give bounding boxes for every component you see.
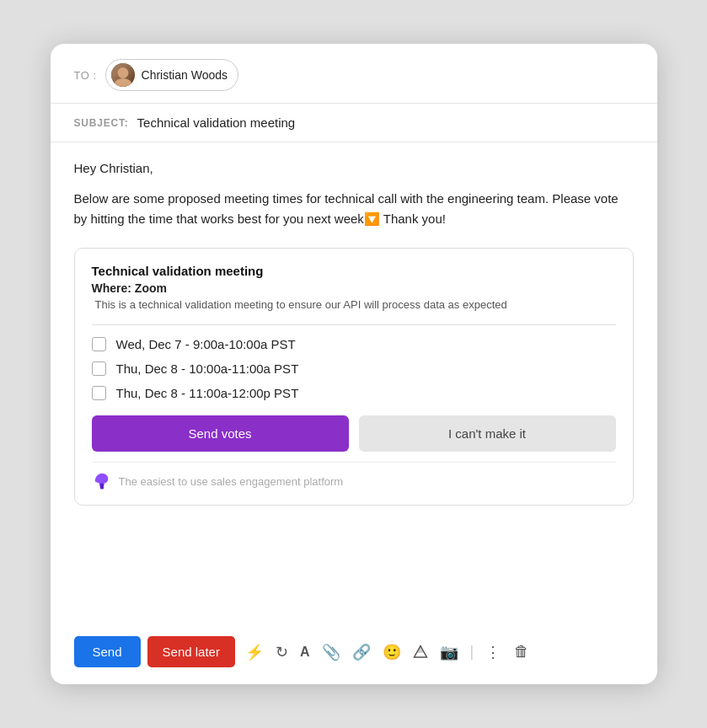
subject-label: SUBJECT:: [74, 117, 129, 129]
email-body: Hey Christian, Below are some proposed m…: [51, 142, 657, 628]
intro-text: Below are some proposed meeting times fo…: [74, 189, 634, 229]
meeting-description: This is a technical validation meeting t…: [92, 298, 616, 311]
meeting-where: Where: Zoom: [92, 281, 616, 295]
card-divider: [92, 324, 616, 325]
more-icon[interactable]: ⋮: [485, 643, 501, 661]
time-label-3: Thu, Dec 8 - 11:00a-12:00p PST: [116, 386, 299, 400]
to-row: TO : Christian Woods: [51, 44, 657, 104]
platform-logo: [92, 471, 112, 491]
recipient-name: Christian Woods: [142, 68, 228, 82]
send-votes-button[interactable]: Send votes: [92, 415, 349, 452]
image-icon[interactable]: 📷: [440, 643, 458, 661]
email-toolbar: Send Send later ⚡ ↻ A 📎 🔗 🙂 📷: [51, 628, 657, 667]
cant-make-button[interactable]: I can't make it: [359, 415, 616, 452]
checkbox-3[interactable]: [92, 386, 106, 400]
to-label: TO :: [74, 69, 97, 82]
avatar: [111, 63, 135, 87]
emoji-icon[interactable]: 🙂: [383, 643, 401, 661]
trash-icon[interactable]: 🗑: [514, 643, 529, 661]
lightning-icon[interactable]: ⚡: [245, 643, 264, 661]
card-buttons: Send votes I can't make it: [92, 415, 616, 452]
email-compose-window: TO : Christian Woods SUBJECT: Technical …: [51, 44, 657, 684]
text-format-icon[interactable]: A: [300, 645, 310, 660]
where-label: Where:: [92, 281, 131, 295]
checkbox-1[interactable]: [92, 337, 106, 351]
subject-text: Technical validation meeting: [137, 115, 296, 130]
checkbox-2[interactable]: [92, 361, 106, 376]
refresh-icon[interactable]: ↻: [276, 643, 288, 661]
subject-row: SUBJECT: Technical validation meeting: [51, 104, 657, 142]
platform-footer: The easiest to use sales engagement plat…: [92, 462, 616, 491]
separator: |: [470, 643, 474, 661]
greeting: Hey Christian,: [74, 161, 634, 175]
platform-text: The easiest to use sales engagement plat…: [119, 475, 344, 488]
recipient-chip[interactable]: Christian Woods: [105, 59, 238, 91]
link-icon[interactable]: 🔗: [352, 643, 371, 661]
time-option-1: Wed, Dec 7 - 9:00a-10:00a PST: [92, 337, 616, 351]
meeting-title: Technical validation meeting: [92, 264, 616, 278]
time-label-1: Wed, Dec 7 - 9:00a-10:00a PST: [116, 337, 296, 351]
time-label-2: Thu, Dec 8 - 10:00a-11:00a PST: [116, 361, 299, 376]
toolbar-icons: ⚡ ↻ A 📎 🔗 🙂 📷 | ⋮ 🗑: [245, 643, 529, 661]
send-button[interactable]: Send: [74, 636, 141, 667]
where-value: Zoom: [135, 281, 167, 295]
send-later-button[interactable]: Send later: [147, 636, 235, 667]
svg-marker-1: [416, 645, 424, 652]
time-option-3: Thu, Dec 8 - 11:00a-12:00p PST: [92, 386, 616, 400]
attachment-icon[interactable]: 📎: [322, 643, 340, 661]
drive-icon[interactable]: [413, 645, 428, 660]
meeting-card: Technical validation meeting Where: Zoom…: [74, 248, 634, 506]
time-option-2: Thu, Dec 8 - 10:00a-11:00a PST: [92, 361, 616, 376]
